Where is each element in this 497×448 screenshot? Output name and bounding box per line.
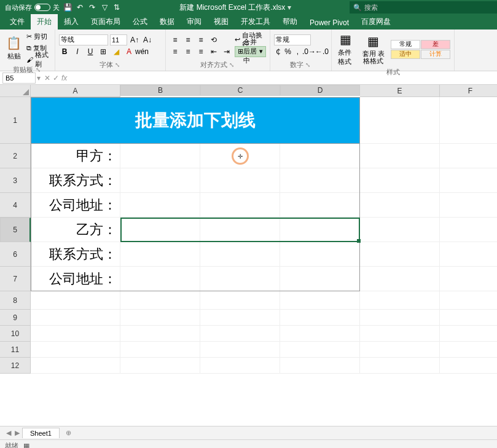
- formula-bar: B5 ▾ ✕ ✓ fx: [0, 71, 497, 85]
- sheet-tabs: ◀ ▶ Sheet1 ⊕: [0, 426, 497, 439]
- name-box[interactable]: B5: [2, 73, 36, 84]
- style-bad[interactable]: 差: [421, 40, 450, 49]
- copy-icon: ⧉: [26, 44, 31, 52]
- tab-insert[interactable]: 插入: [58, 14, 85, 29]
- increase-font-icon[interactable]: A↑: [129, 34, 140, 45]
- filter-icon[interactable]: ▽: [100, 3, 109, 12]
- style-calc[interactable]: 计算: [421, 50, 450, 59]
- decrease-font-icon[interactable]: A↓: [142, 34, 153, 45]
- cell-a6[interactable]: 联系方式：: [31, 242, 120, 267]
- tab-review[interactable]: 审阅: [181, 14, 208, 29]
- sheet-prev-icon[interactable]: ◀: [6, 429, 11, 437]
- row-header-6[interactable]: 6: [0, 242, 31, 267]
- sheet-next-icon[interactable]: ▶: [15, 429, 20, 437]
- dec-decimal-icon[interactable]: ←.0: [316, 46, 327, 57]
- cell-a3[interactable]: 联系方式：: [31, 168, 120, 193]
- table-icon: ▦: [367, 34, 379, 49]
- undo-icon[interactable]: ↶: [76, 3, 84, 12]
- fill-color-button[interactable]: ◢: [111, 46, 122, 57]
- row-header-8[interactable]: 8: [0, 291, 31, 310]
- col-header-C[interactable]: C: [200, 85, 280, 96]
- redo-icon[interactable]: ↷: [88, 3, 96, 12]
- align-left-icon[interactable]: ≡: [170, 46, 181, 57]
- style-normal[interactable]: 常规: [391, 40, 420, 49]
- col-header-A[interactable]: A: [31, 85, 120, 97]
- paste-icon: 📋: [6, 36, 22, 50]
- number-format-select[interactable]: [274, 34, 311, 45]
- search-icon: 🔍: [353, 4, 362, 12]
- cell-a2[interactable]: 甲方：: [31, 144, 120, 168]
- sort-icon[interactable]: ⇅: [112, 3, 121, 12]
- col-header-F[interactable]: F: [440, 85, 497, 97]
- cell-a7[interactable]: 公司地址：: [31, 267, 120, 291]
- align-middle-icon[interactable]: ≡: [182, 34, 194, 45]
- row-header-4[interactable]: 4: [0, 193, 31, 218]
- align-top-icon[interactable]: ≡: [170, 34, 181, 45]
- row-header-7[interactable]: 7: [0, 267, 31, 291]
- col-header-E[interactable]: E: [360, 85, 440, 97]
- row-header-10[interactable]: 10: [0, 326, 31, 342]
- cursor-indicator: ✛: [232, 147, 249, 165]
- currency-icon[interactable]: ₵: [274, 46, 282, 57]
- sheet-tab-1[interactable]: Sheet1: [22, 428, 60, 438]
- font-color-button[interactable]: A: [123, 46, 135, 57]
- search-box[interactable]: 🔍 搜索: [350, 1, 497, 14]
- font-name-select[interactable]: [59, 34, 108, 45]
- col-header-B[interactable]: B: [120, 85, 200, 96]
- col-header-D[interactable]: D: [280, 85, 360, 96]
- cell-a4[interactable]: 公司地址：: [31, 193, 120, 218]
- tab-layout[interactable]: 页面布局: [85, 14, 127, 29]
- table-format-button[interactable]: ▦ 套用 表格格式: [359, 31, 388, 68]
- formula-input[interactable]: [69, 73, 497, 84]
- comma-icon[interactable]: ,: [294, 46, 302, 57]
- style-good[interactable]: 适中: [391, 50, 420, 59]
- cut-button[interactable]: ✂剪切: [26, 31, 51, 42]
- row-header-3[interactable]: 3: [0, 168, 31, 193]
- paste-button[interactable]: 📋 粘贴: [4, 31, 24, 65]
- cond-format-icon: ▦: [340, 32, 351, 47]
- tab-baidu[interactable]: 百度网盘: [355, 14, 397, 29]
- add-sheet-icon[interactable]: ⊕: [62, 429, 75, 437]
- orientation-icon[interactable]: ⟲: [208, 34, 219, 45]
- bold-button[interactable]: B: [59, 46, 70, 57]
- border-button[interactable]: ⊞: [98, 46, 109, 57]
- tab-help[interactable]: 帮助: [276, 14, 303, 29]
- italic-button[interactable]: I: [72, 46, 83, 57]
- row-header-1[interactable]: 1: [0, 97, 31, 144]
- painter-button[interactable]: 🖌格式刷: [26, 54, 51, 65]
- phonetic-button[interactable]: wén: [136, 46, 147, 57]
- select-all-corner[interactable]: [0, 85, 31, 97]
- indent-inc-icon[interactable]: ⇥: [221, 46, 232, 57]
- row-header-9[interactable]: 9: [0, 310, 31, 326]
- row-header-11[interactable]: 11: [0, 342, 31, 358]
- cell-a5[interactable]: 乙方：: [31, 218, 120, 242]
- tab-home[interactable]: 开始: [31, 14, 58, 29]
- indent-dec-icon[interactable]: ⇤: [208, 46, 219, 57]
- row-header-5[interactable]: 5: [0, 218, 31, 242]
- tab-formulas[interactable]: 公式: [127, 14, 154, 29]
- autosave-toggle[interactable]: 自动保存 关: [5, 3, 60, 12]
- font-size-select[interactable]: [110, 34, 127, 45]
- grid[interactable]: ABCDEF 123456789101112 批量添加下划线甲方：联系方式：公司…: [0, 85, 497, 426]
- tab-dev[interactable]: 开发工具: [235, 14, 276, 29]
- tab-powerpivot[interactable]: Power Pivot: [303, 16, 355, 29]
- cond-format-button[interactable]: ▦ 条件格式: [335, 31, 356, 68]
- row-header-2[interactable]: 2: [0, 144, 31, 168]
- merge-center-button[interactable]: ⊞合并后居中 ▾: [235, 46, 266, 57]
- wrap-icon: ↩: [235, 36, 240, 44]
- row-header-12[interactable]: 12: [0, 358, 31, 374]
- tab-data[interactable]: 数据: [154, 14, 181, 29]
- inc-decimal-icon[interactable]: .0→: [303, 46, 315, 57]
- fx-icon[interactable]: fx: [61, 74, 67, 82]
- tab-view[interactable]: 视图: [208, 14, 235, 29]
- cancel-icon[interactable]: ✕: [44, 74, 50, 82]
- accessibility-icon[interactable]: ▦: [23, 442, 29, 448]
- align-center-icon[interactable]: ≡: [182, 46, 194, 57]
- align-bottom-icon[interactable]: ≡: [195, 34, 206, 45]
- tab-file[interactable]: 文件: [4, 14, 31, 29]
- align-right-icon[interactable]: ≡: [195, 46, 206, 57]
- save-icon[interactable]: 💾: [63, 3, 72, 12]
- enter-icon[interactable]: ✓: [53, 74, 59, 82]
- underline-button[interactable]: U: [85, 46, 96, 57]
- percent-icon[interactable]: %: [284, 46, 292, 57]
